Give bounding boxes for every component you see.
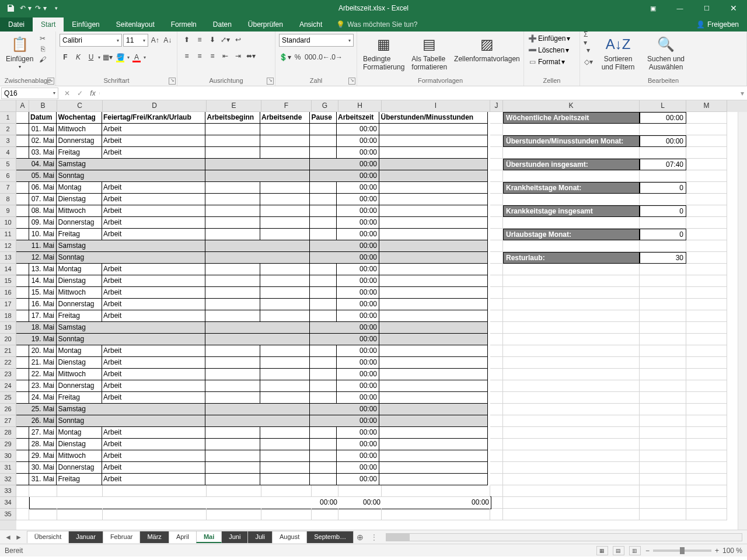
cell[interactable]: 00:00 <box>336 194 379 205</box>
cell[interactable]: 00:00 <box>336 170 379 182</box>
enter-formula-icon[interactable]: ✓ <box>74 89 86 97</box>
row-header-9[interactable]: 9 <box>0 205 16 217</box>
sheet-nav-prev-icon[interactable]: ◄ <box>5 533 12 541</box>
cell[interactable] <box>205 345 260 357</box>
cell[interactable]: 23. Mai <box>29 380 57 392</box>
cell[interactable] <box>16 159 29 170</box>
zoom-slider[interactable] <box>653 550 711 552</box>
summary-value[interactable]: 30 <box>640 252 686 264</box>
italic-button[interactable]: K <box>72 51 84 63</box>
row-header-13[interactable]: 13 <box>0 252 16 264</box>
cell[interactable] <box>379 380 488 392</box>
summary-label[interactable]: Krankkeitstage insgesamt <box>503 205 640 217</box>
cell[interactable]: 14. Mai <box>29 275 57 287</box>
row-header-5[interactable]: 5 <box>0 159 16 170</box>
copy-icon[interactable]: ⎘ <box>38 44 47 54</box>
decrease-decimal-icon[interactable]: .0→ <box>330 51 342 63</box>
cell[interactable]: Sonntag <box>57 252 102 264</box>
cell[interactable]: Arbeit <box>102 357 205 369</box>
cell[interactable]: Samstag <box>57 404 102 415</box>
cell[interactable] <box>379 334 488 345</box>
fx-icon[interactable]: fx <box>86 89 99 97</box>
column-header-L[interactable]: L <box>640 100 686 112</box>
cell[interactable] <box>310 310 337 322</box>
cell[interactable]: Dienstag <box>57 357 102 369</box>
row-header-23[interactable]: 23 <box>0 369 16 380</box>
cell[interactable]: Donnerstag <box>57 135 102 147</box>
cell[interactable] <box>205 205 260 217</box>
format-cells-button[interactable]: ▭Format ▾ <box>528 57 570 66</box>
cell[interactable]: 22. Mai <box>29 369 57 380</box>
cell[interactable]: Arbeit <box>102 392 205 404</box>
cell[interactable]: Montag <box>57 427 102 439</box>
cell[interactable]: 31. Mai <box>29 474 57 485</box>
cell[interactable] <box>16 380 29 392</box>
cell[interactable]: Mittwoch <box>57 369 102 380</box>
totals-cell[interactable] <box>103 497 207 509</box>
horizontal-scrollbar[interactable] <box>386 533 742 541</box>
cell[interactable]: 16. Mai <box>29 299 57 310</box>
decrease-indent-icon[interactable]: ⇤ <box>219 50 231 62</box>
summary-value[interactable]: 0 <box>640 182 686 194</box>
expand-formula-bar-icon[interactable]: ▾ <box>738 89 747 97</box>
cell[interactable] <box>16 322 29 334</box>
cell[interactable]: Arbeit <box>102 264 205 275</box>
cell[interactable] <box>16 264 29 275</box>
insert-cells-button[interactable]: ➕Einfügen ▾ <box>528 34 570 43</box>
cell[interactable]: Freitag <box>57 229 102 240</box>
cell[interactable] <box>205 310 260 322</box>
tab-datei[interactable]: Datei <box>0 18 33 32</box>
cell[interactable]: Mittwoch <box>57 450 102 462</box>
row-header-32[interactable]: 32 <box>0 474 16 485</box>
cell[interactable]: 13. Mai <box>29 264 57 275</box>
cell[interactable]: Freitag <box>57 310 102 322</box>
share-button[interactable]: 👤Freigeben <box>688 18 747 32</box>
row-header-3[interactable]: 3 <box>0 135 16 147</box>
cell[interactable] <box>379 275 488 287</box>
totals-cell[interactable]: 00:00 <box>339 497 382 509</box>
cell[interactable] <box>310 287 337 299</box>
tab-daten[interactable]: Daten <box>205 18 240 32</box>
cell[interactable] <box>205 427 260 439</box>
cell[interactable] <box>379 217 488 229</box>
cell[interactable] <box>205 147 260 159</box>
cell[interactable] <box>205 450 260 462</box>
cell[interactable] <box>379 170 488 182</box>
cell[interactable] <box>379 287 488 299</box>
summary-label[interactable]: Resturlaub: <box>503 252 640 264</box>
cell[interactable]: 20. Mai <box>29 345 57 357</box>
sheet-tab-septemb…[interactable]: Septemb… <box>306 531 354 543</box>
sheet-tab-august[interactable]: August <box>272 531 307 543</box>
cell[interactable] <box>16 415 29 427</box>
cell[interactable]: 00:00 <box>336 322 379 334</box>
cell[interactable]: 19. Mai <box>29 334 57 345</box>
header-D[interactable]: Feiertag/Frei/Krank/Urlaub <box>102 112 205 124</box>
cell[interactable] <box>205 252 260 264</box>
cell[interactable]: 00:00 <box>336 427 379 439</box>
cell[interactable] <box>16 310 29 322</box>
cell[interactable] <box>310 474 337 485</box>
cell[interactable]: Arbeit <box>102 217 205 229</box>
cell[interactable] <box>205 357 260 369</box>
cell[interactable]: 00:00 <box>336 474 379 485</box>
cell[interactable]: Arbeit <box>102 427 205 439</box>
cell[interactable] <box>260 369 310 380</box>
cell[interactable] <box>16 275 29 287</box>
cell[interactable]: Donnerstag <box>57 299 102 310</box>
cell[interactable] <box>205 170 260 182</box>
header-H[interactable]: Arbeitszeit <box>336 112 379 124</box>
cell[interactable] <box>310 345 337 357</box>
paste-button[interactable]: 📋Einfügen▾ <box>4 34 36 76</box>
cell[interactable] <box>205 135 260 147</box>
cell[interactable] <box>260 264 310 275</box>
summary-value[interactable]: 0 <box>640 229 686 240</box>
align-left-icon[interactable]: ≡ <box>181 50 193 62</box>
summary-label[interactable]: Krankheitstage Monat: <box>503 182 640 194</box>
cell[interactable]: Arbeit <box>102 287 205 299</box>
cell[interactable] <box>16 392 29 404</box>
cell[interactable] <box>260 205 310 217</box>
cell[interactable] <box>16 124 29 135</box>
cell[interactable] <box>310 159 337 170</box>
cell[interactable] <box>310 404 337 415</box>
cell[interactable]: 00:00 <box>336 299 379 310</box>
